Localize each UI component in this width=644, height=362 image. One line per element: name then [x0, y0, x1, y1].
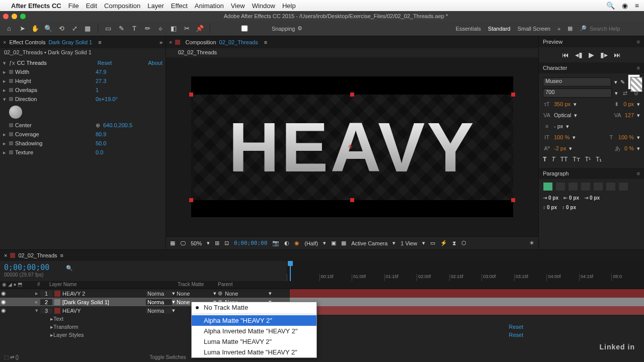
alpha-icon[interactable]: ▦ — [170, 240, 175, 246]
prop-texture[interactable]: Texture — [15, 149, 96, 155]
workspace-essentials[interactable]: Essentials — [456, 26, 481, 32]
italic-icon[interactable]: T — [551, 156, 555, 163]
menu-window[interactable]: Window — [252, 2, 275, 10]
exposure-icon[interactable]: ☀ — [529, 240, 534, 246]
time-ruler[interactable]: 00:15f 01:00f 01:15f 02:00f 02:15f 03:00… — [287, 261, 644, 281]
resolution-dropdown[interactable]: (Half) — [304, 240, 318, 246]
char-menu-icon[interactable]: ≡ — [637, 65, 640, 71]
align-right[interactable] — [568, 182, 578, 191]
tracking[interactable]: 127 — [625, 112, 634, 118]
effect-name[interactable]: CC Threads — [17, 60, 98, 66]
prop-overlaps[interactable]: Overlaps — [15, 87, 96, 93]
panel-close-icon[interactable]: × — [3, 39, 6, 45]
menu-file[interactable]: File — [68, 2, 79, 10]
panel-overflow-icon[interactable]: » — [159, 39, 163, 45]
justify-center[interactable] — [593, 182, 603, 191]
switches-icon[interactable]: ⇄ — [10, 354, 14, 360]
workspace-settings-icon[interactable]: ▦ — [568, 25, 573, 32]
val-shadowing[interactable]: 50.0 — [96, 140, 106, 146]
matte-option-luma[interactable]: Luma Matte "HEAVY 2" — [192, 336, 316, 347]
align-left[interactable] — [543, 182, 553, 191]
snap-opts-icon[interactable]: ⚙ — [297, 25, 302, 32]
direction-dial[interactable] — [9, 106, 22, 119]
handle-tl[interactable] — [189, 93, 193, 97]
val-coverage[interactable]: 80.9 — [96, 131, 106, 137]
prop-center[interactable]: Center — [15, 122, 96, 128]
current-time[interactable]: 0;00;00;00 — [234, 240, 267, 246]
last-frame-icon[interactable]: ⏭ — [614, 51, 621, 59]
app-name[interactable]: After Effects CC — [11, 2, 61, 10]
prop-coverage[interactable]: Coverage — [15, 131, 96, 137]
fast-preview-icon[interactable]: ⚡ — [440, 240, 447, 246]
preview-menu-icon[interactable]: ≡ — [637, 39, 640, 45]
first-frame-icon[interactable]: ⏮ — [562, 51, 569, 59]
prop-shadowing[interactable]: Shadowing — [15, 140, 96, 146]
view-layout[interactable]: 1 View — [400, 240, 417, 246]
handle-br[interactable] — [511, 198, 515, 202]
rect-tool-icon[interactable]: ▭ — [103, 24, 113, 34]
render-queue-icon[interactable]: ⬚ — [4, 354, 9, 360]
handle-bc[interactable] — [350, 198, 354, 202]
zoom-window[interactable] — [20, 14, 26, 19]
eraser-tool-icon[interactable]: ◧ — [169, 24, 179, 34]
snapping-checkbox[interactable] — [219, 25, 270, 32]
menu-view[interactable]: View — [231, 2, 245, 10]
font-size[interactable]: 350 px — [554, 101, 571, 107]
sublayer-text[interactable]: ▸ Text — [0, 315, 644, 323]
spotlight-icon[interactable]: 🔍 — [606, 2, 615, 10]
sublayer-transform[interactable]: ▸ TransformReset — [0, 323, 644, 331]
swap-colors-icon[interactable]: ⇄ — [621, 90, 629, 97]
menu-animation[interactable]: Animation — [195, 2, 224, 10]
pen-tool-icon[interactable]: ✎ — [116, 24, 126, 34]
indent-first[interactable]: 0 px — [569, 195, 579, 201]
effect-about[interactable]: About — [148, 60, 163, 66]
align-center[interactable] — [555, 182, 566, 191]
channels-icon[interactable]: ◐ — [284, 240, 289, 246]
hand-tool-icon[interactable]: ✋ — [30, 24, 40, 34]
stroke-color-swatch[interactable] — [630, 77, 642, 92]
para-menu-icon[interactable]: ≡ — [637, 170, 640, 176]
indent-right[interactable]: 0 px — [590, 195, 600, 201]
workspace-standard[interactable]: Standard — [488, 26, 511, 32]
val-texture[interactable]: 0.0 — [96, 149, 103, 155]
layer-bar-3[interactable] — [290, 306, 644, 315]
menu-help[interactable]: Help — [282, 2, 296, 10]
minimize-window[interactable] — [12, 14, 17, 19]
font-family-dropdown[interactable]: Museo — [543, 77, 611, 86]
smallcaps-icon[interactable]: Tᴛ — [573, 156, 580, 163]
timeline-tab[interactable]: 02_02_Threads — [18, 252, 57, 258]
timeline-search-icon[interactable]: 🔍 — [66, 265, 73, 271]
col-trackmatte[interactable]: Track Matte — [176, 281, 216, 289]
subscript-icon[interactable]: T₁ — [596, 156, 602, 163]
orbit-tool-icon[interactable]: ⟲ — [56, 24, 66, 34]
toggle-switches[interactable]: Toggle Switches — [149, 354, 186, 360]
comp-close-icon[interactable]: × — [169, 39, 172, 45]
clone-tool-icon[interactable]: ⟐ — [155, 24, 166, 34]
px-aspect-icon[interactable]: ▭ — [430, 240, 435, 246]
val-direction[interactable]: 0x+19.0° — [96, 96, 118, 102]
rotate-tool-icon[interactable]: ⤢ — [69, 24, 79, 34]
layer-bar-1[interactable] — [290, 289, 644, 298]
cc-icon[interactable]: ◉ — [622, 2, 628, 10]
comp-breadcrumb[interactable]: 02_02_Threads — [178, 49, 217, 55]
handle-bl[interactable] — [189, 198, 193, 202]
menu-effect[interactable]: Effect — [171, 2, 188, 10]
space-before[interactable]: 0 px — [547, 205, 557, 210]
next-frame-icon[interactable]: ▮▸ — [600, 51, 608, 59]
anchor-point-icon[interactable]: ⊕ — [348, 143, 353, 150]
prev-frame-icon[interactable]: ◂▮ — [575, 51, 583, 59]
workspace-overflow-icon[interactable]: » — [557, 26, 560, 32]
justify-all[interactable] — [618, 182, 628, 191]
stroke-width[interactable]: - px — [554, 123, 563, 129]
indent-left[interactable]: 0 px — [548, 195, 558, 201]
font-weight-dropdown[interactable]: 700 — [543, 88, 612, 98]
selection-tool-icon[interactable]: ➤ — [17, 24, 27, 34]
camera-tool-icon[interactable]: ▦ — [83, 24, 93, 34]
composition-tab-prefix[interactable]: Composition — [185, 39, 216, 45]
play-icon[interactable]: ▶ — [589, 51, 594, 59]
val-height[interactable]: 27.3 — [96, 78, 106, 84]
snapshot-icon[interactable]: 📷 — [272, 240, 279, 246]
timeline-close-icon[interactable]: × — [4, 252, 7, 258]
matte-option-luma-inv[interactable]: Luma Inverted Matte "HEAVY 2" — [192, 347, 316, 357]
timecode[interactable]: 0;00;00;00 — [4, 263, 49, 272]
